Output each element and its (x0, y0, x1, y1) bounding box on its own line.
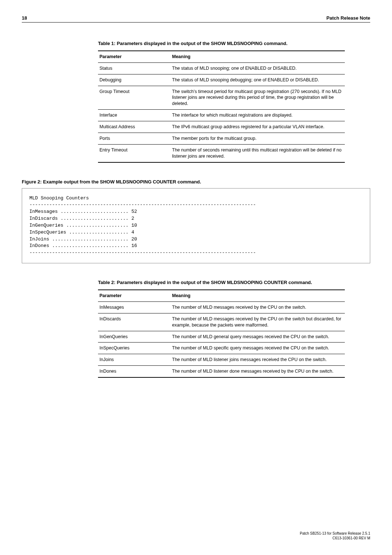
table-cell: The number of MLD listener done messages… (171, 366, 345, 377)
code-label: InDiscards (29, 216, 58, 221)
table-cell: InGenQueries (98, 331, 171, 343)
code-dots: ........................ (61, 209, 128, 214)
table-cell: The number of MLD messages received by t… (171, 313, 345, 331)
table-cell: The number of MLD general query messages… (171, 331, 345, 343)
table1: Parameter Meaning StatusThe status of ML… (98, 50, 345, 163)
figure2-codebox: MLD Snooping Counters ------------------… (22, 188, 370, 264)
table-cell: The IPv6 multicast group address registe… (171, 121, 345, 133)
code-dots: ........................ (61, 216, 128, 221)
table-cell: The number of MLD messages received by t… (171, 301, 345, 313)
footer-line2: C613-10361-00 REV M (300, 536, 370, 540)
table-cell: The number of MLD listener joins message… (171, 354, 345, 366)
code-label: InMessages (29, 209, 58, 214)
table-cell: InDones (98, 366, 171, 377)
code-dashes: ----------------------------------------… (29, 202, 256, 207)
code-dots: ........................... (52, 236, 128, 242)
table2-col-meaning: Meaning (171, 290, 345, 301)
table-cell: Ports (98, 133, 171, 144)
code-value: 2 (131, 216, 134, 221)
code-label: InSpecQueries (29, 230, 66, 235)
table-cell: Multicast Address (98, 121, 171, 133)
table-cell: Group Timeout (98, 86, 171, 110)
table2: Parameter Meaning InMessagesThe number o… (98, 289, 345, 378)
code-value: 4 (131, 230, 134, 235)
code-line-title: MLD Snooping Counters (29, 195, 89, 201)
table1-col-meaning: Meaning (171, 51, 345, 62)
table-cell: InJoins (98, 354, 171, 366)
page-number: 18 (22, 15, 27, 21)
table-cell: The member ports for the multicast group… (171, 133, 345, 144)
table-cell: Entry Timeout (98, 144, 171, 162)
code-value: 16 (131, 243, 137, 248)
code-value: 20 (131, 236, 137, 242)
table-cell: The number of seconds remaining until th… (171, 144, 345, 162)
code-label: InGenQueries (29, 223, 64, 228)
table-cell: Debugging (98, 74, 171, 86)
footer-line1: Patch SB251-13 for Software Release 2.5.… (300, 531, 370, 536)
page-header: 18 Patch Release Note (22, 15, 370, 23)
code-dots: ........................... (52, 243, 128, 248)
table-cell: Status (98, 62, 171, 74)
code-dots: ...................... (66, 223, 128, 228)
code-label: InDones (29, 243, 49, 248)
table-cell: The interface for which multicast regist… (171, 110, 345, 121)
table-cell: The status of MLD snooping; one of ENABL… (171, 62, 345, 74)
code-value: 52 (131, 209, 137, 214)
table-cell: Interface (98, 110, 171, 121)
page-footer: Patch SB251-13 for Software Release 2.5.… (300, 531, 370, 540)
header-title: Patch Release Note (326, 15, 370, 21)
code-label: InJoins (29, 236, 49, 242)
table-cell: The number of MLD specific query message… (171, 343, 345, 354)
table-cell: InMessages (98, 301, 171, 313)
table-cell: InDiscards (98, 313, 171, 331)
code-value: 10 (131, 223, 137, 228)
code-dashes: ----------------------------------------… (29, 250, 256, 255)
table-cell: InSpecQueries (98, 343, 171, 354)
table2-caption: Table 2: Parameters displayed in the out… (98, 280, 345, 286)
table1-caption: Table 1: Parameters displayed in the out… (98, 41, 345, 47)
table1-col-parameter: Parameter (98, 51, 171, 62)
table2-col-parameter: Parameter (98, 290, 171, 301)
table-cell: The switch's timeout period for multicas… (171, 86, 345, 110)
figure2-caption: Figure 2: Example output from the SHOW M… (22, 179, 370, 185)
code-dots: ..................... (69, 230, 128, 235)
table-cell: The status of MLD snooping debugging; on… (171, 74, 345, 86)
